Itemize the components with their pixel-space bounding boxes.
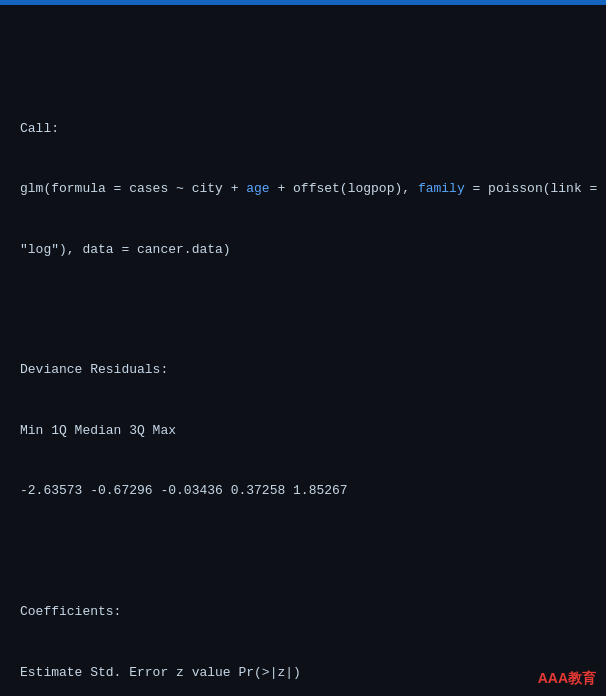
line-deviance-header: Deviance Residuals: bbox=[20, 360, 586, 380]
line-glm1: glm(formula = cases ~ city + age + offse… bbox=[20, 179, 586, 199]
line-coeff-header: Coefficients: bbox=[20, 602, 586, 622]
line-coeff-cols: Estimate Std. Error z value Pr(>|z|) bbox=[20, 663, 586, 683]
line-empty-3 bbox=[20, 542, 586, 562]
line-glm2: "log"), data = cancer.data) bbox=[20, 240, 586, 260]
line-deviance-vals: -2.63573 -0.67296 -0.03436 0.37258 1.852… bbox=[20, 481, 586, 501]
main-container: Call: glm(formula = cases ~ city + age +… bbox=[0, 0, 606, 696]
line-empty-2 bbox=[20, 300, 586, 320]
line-deviance-cols: Min 1Q Median 3Q Max bbox=[20, 421, 586, 441]
top-bar bbox=[0, 0, 606, 5]
code-output: Call: glm(formula = cases ~ city + age +… bbox=[20, 18, 586, 696]
watermark: AAA教育 bbox=[538, 670, 596, 688]
line-empty-1 bbox=[20, 58, 586, 78]
line-call: Call: bbox=[20, 119, 586, 139]
watermark-edu: 教育 bbox=[568, 670, 596, 686]
watermark-aaa: AAA bbox=[538, 670, 568, 686]
